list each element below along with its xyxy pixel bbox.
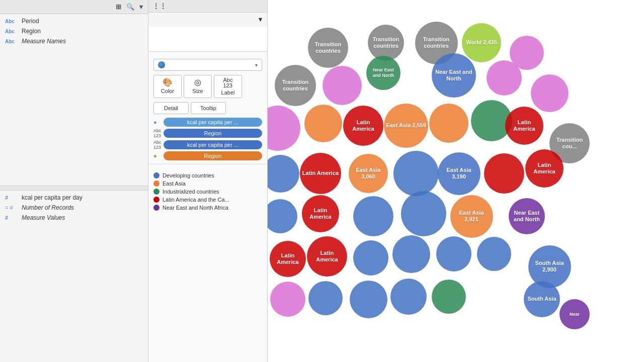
- detail-button[interactable]: Detail: [153, 102, 189, 114]
- dimension-item[interactable]: AbcRegion: [0, 26, 148, 36]
- bubble[interactable]: World 2,435: [462, 23, 501, 62]
- pill-2[interactable]: Region: [164, 129, 262, 138]
- bubble[interactable]: Near East and North: [432, 53, 476, 98]
- legend-item[interactable]: Developing countries: [153, 171, 262, 179]
- filters-header[interactable]: ▾: [148, 13, 267, 26]
- label-button[interactable]: Abc123 Label: [214, 75, 242, 98]
- bubble[interactable]: [268, 199, 297, 233]
- chart-canvas: Transition countriesTransition countries…: [268, 0, 644, 362]
- bubble[interactable]: [270, 282, 305, 317]
- bubble[interactable]: [477, 237, 511, 271]
- bubble[interactable]: [393, 151, 439, 196]
- dimension-item[interactable]: AbcPeriod: [0, 16, 148, 26]
- pill-1-type-icon: ●: [153, 119, 162, 125]
- bubble-label: Latin America: [343, 117, 383, 134]
- legend-color: [153, 197, 159, 203]
- bubble[interactable]: [436, 236, 471, 272]
- bubble[interactable]: Latin America: [505, 107, 543, 145]
- bubble[interactable]: [353, 240, 388, 276]
- legend-item[interactable]: Near East and North Africa: [153, 204, 262, 212]
- bubble[interactable]: [484, 153, 524, 194]
- color-button[interactable]: 🎨 Color: [153, 75, 182, 98]
- bubble[interactable]: [429, 104, 468, 143]
- bubble[interactable]: Latin America: [525, 149, 564, 188]
- bubble[interactable]: Latin America: [307, 236, 347, 277]
- bubble[interactable]: [353, 196, 393, 236]
- measure-label: kcal per capita per day: [22, 194, 83, 201]
- dim-label: Period: [22, 18, 39, 25]
- rows-bar: ⋮⋮: [148, 0, 267, 13]
- dropdown-arrow-icon: ▾: [255, 62, 258, 68]
- pill-3[interactable]: kcal per capita per ...: [164, 140, 262, 149]
- measure-item[interactable]: #kcal per capita per day: [0, 193, 148, 203]
- legend-label: Industrialized countries: [163, 189, 219, 195]
- pill-1[interactable]: kcal per capita per ...: [164, 118, 262, 127]
- bubble[interactable]: [487, 60, 522, 96]
- bubble-label: Latin America: [505, 117, 543, 134]
- bubble[interactable]: Transition countries: [368, 25, 404, 61]
- bubble[interactable]: Latin America: [343, 106, 383, 146]
- size-button[interactable]: ◎ Size: [184, 75, 212, 98]
- measure-item[interactable]: = #Number of Records: [0, 203, 148, 213]
- bubble[interactable]: [268, 155, 299, 193]
- dim-label: Measure Names: [22, 38, 66, 45]
- measure-item[interactable]: #Measure Values: [0, 213, 148, 223]
- bubble[interactable]: [304, 105, 342, 142]
- bubble[interactable]: [308, 281, 343, 315]
- bubble[interactable]: [401, 191, 446, 236]
- bubble-label: Near East and North: [366, 65, 400, 80]
- legend-item[interactable]: Industrialized countries: [153, 188, 262, 196]
- bubble[interactable]: South Asia 2,900: [528, 245, 571, 288]
- tooltip-button[interactable]: Tooltip: [191, 102, 226, 114]
- bubble[interactable]: Transition countries: [308, 28, 348, 68]
- legend-item[interactable]: Latin America and the Ca...: [153, 196, 262, 204]
- dimension-item[interactable]: AbcMeasure Names: [0, 36, 148, 46]
- bubble[interactable]: [350, 281, 387, 318]
- bubble[interactable]: [323, 66, 362, 105]
- bubble[interactable]: [531, 74, 569, 112]
- bubble[interactable]: Near East and North: [366, 56, 400, 90]
- bubble[interactable]: [392, 235, 430, 273]
- legend-color: [153, 172, 159, 178]
- bubble-label: Latin America: [525, 160, 564, 177]
- marks-buttons-row2: Detail Tooltip: [148, 100, 267, 116]
- pill-row-4: ● Region: [153, 151, 262, 160]
- bubble[interactable]: East Asia 2,921: [450, 195, 493, 238]
- chevron-icon[interactable]: ▾: [138, 2, 144, 12]
- color-label: Color: [161, 88, 174, 94]
- bubble[interactable]: [432, 280, 466, 314]
- label-label: Label: [221, 89, 235, 96]
- bubble[interactable]: Near: [559, 299, 590, 329]
- bubble[interactable]: Latin America: [300, 153, 341, 194]
- marks-type-dropdown[interactable]: ▾: [153, 59, 262, 71]
- bubble[interactable]: [390, 279, 427, 315]
- bubble[interactable]: Transition countries: [275, 65, 316, 106]
- filters-body: [148, 26, 267, 51]
- dimensions-header-icons: ⊞ 🔍 ▾: [115, 2, 144, 12]
- label-icon: Abc123: [223, 77, 233, 88]
- bubble[interactable]: Near East and North: [509, 198, 545, 234]
- left-panel: ⊞ 🔍 ▾ AbcPeriodAbcRegionAbcMeasure Names…: [0, 0, 148, 362]
- bubble[interactable]: East Asia 3,060: [349, 154, 388, 193]
- dim-type: Abc: [5, 39, 19, 44]
- bubble-label: Latin America: [307, 248, 347, 265]
- pill-4[interactable]: Region: [164, 151, 262, 160]
- bubble-label: Transition countries: [275, 77, 316, 94]
- bubble[interactable]: Latin America: [302, 195, 339, 232]
- pill-3-type-icon: Abc123: [153, 140, 162, 150]
- filters-section: ▾: [148, 13, 267, 52]
- bubble-label: Latin America: [270, 250, 306, 267]
- search-icon[interactable]: 🔍: [125, 2, 135, 12]
- bubble[interactable]: Latin America: [270, 241, 306, 277]
- bubble[interactable]: [268, 106, 300, 151]
- bubble[interactable]: South Asia: [524, 281, 560, 317]
- bubble-label: Transition countries: [308, 39, 348, 56]
- tooltip-label: Tooltip: [200, 105, 216, 111]
- bubble[interactable]: East Asia 2,559: [384, 104, 428, 148]
- legend-label: Developing countries: [163, 172, 214, 178]
- grid-icon[interactable]: ⊞: [115, 2, 122, 12]
- legend-color: [153, 189, 159, 195]
- legend-item[interactable]: East Asia: [153, 179, 262, 188]
- bubble[interactable]: East Asia 3,190: [438, 152, 480, 195]
- measures-list: #kcal per capita per day= #Number of Rec…: [0, 191, 148, 362]
